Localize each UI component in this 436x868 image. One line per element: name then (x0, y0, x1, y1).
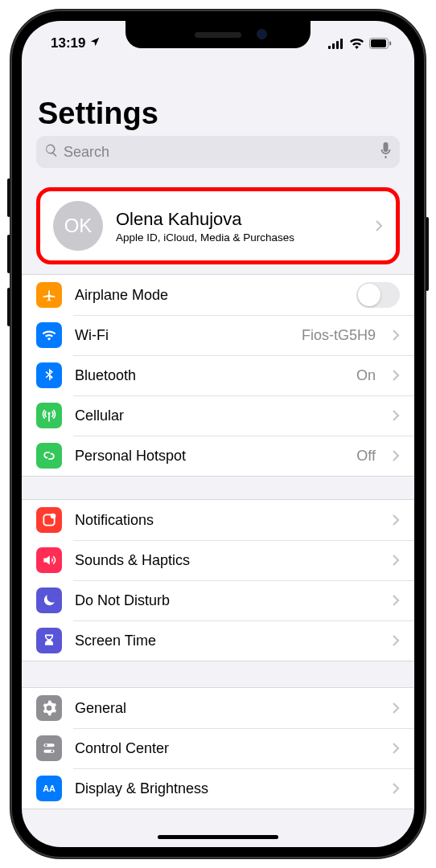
row-label: Display & Brightness (75, 780, 379, 797)
row-do-not-disturb[interactable]: Do Not Disturb (22, 580, 414, 620)
gear-icon (36, 695, 62, 721)
airplane-icon (36, 282, 62, 308)
page-title: Settings (22, 58, 414, 136)
row-personal-hotspot[interactable]: Personal Hotspot Off (22, 436, 414, 476)
front-camera (257, 29, 267, 39)
search-placeholder: Search (64, 144, 375, 161)
row-label: Cellular (75, 407, 379, 424)
chevron-right-icon (392, 782, 400, 795)
settings-group-alerts: Notifications Sounds & Haptics Do Not Di… (22, 499, 414, 661)
avatar: OK (53, 201, 103, 251)
row-airplane-mode[interactable]: Airplane Mode (22, 275, 414, 315)
airplane-toggle[interactable] (356, 282, 400, 308)
search-icon (44, 143, 59, 161)
bluetooth-icon (36, 362, 62, 388)
switches-icon (36, 735, 62, 761)
chevron-right-icon (392, 409, 400, 422)
moon-icon (36, 588, 62, 613)
chevron-right-icon (375, 219, 383, 232)
chevron-right-icon (392, 554, 400, 567)
chevron-right-icon (392, 702, 400, 714)
svg-point-10 (45, 744, 47, 747)
row-label: Airplane Mode (75, 287, 343, 304)
svg-point-12 (51, 750, 53, 752)
aa-icon: AA (36, 776, 62, 801)
svg-rect-0 (328, 46, 331, 49)
svg-rect-5 (371, 39, 386, 47)
signal-icon (328, 39, 344, 49)
row-detail: Fios-tG5H9 (302, 327, 376, 344)
chevron-right-icon (392, 449, 400, 462)
chevron-right-icon (392, 514, 400, 526)
row-label: Sounds & Haptics (75, 552, 379, 569)
row-label: Screen Time (75, 633, 379, 649)
notifications-icon (36, 507, 62, 533)
row-detail: Off (356, 448, 376, 465)
battery-icon (369, 38, 392, 49)
profile-name: Olena Kahujova (116, 209, 294, 230)
row-screen-time[interactable]: Screen Time (22, 620, 414, 661)
chevron-right-icon (392, 329, 400, 342)
row-detail: On (356, 367, 376, 384)
chevron-right-icon (392, 634, 400, 647)
row-display-brightness[interactable]: AA Display & Brightness (22, 768, 414, 809)
home-indicator[interactable] (158, 835, 278, 839)
hotspot-icon (36, 443, 62, 469)
row-label: Notifications (75, 512, 379, 529)
chevron-right-icon (392, 742, 400, 755)
settings-content[interactable]: Settings Search OK (22, 58, 414, 809)
row-control-center[interactable]: Control Center (22, 728, 414, 768)
svg-rect-6 (389, 42, 391, 46)
row-bluetooth[interactable]: Bluetooth On (22, 355, 414, 395)
svg-point-8 (51, 514, 56, 519)
row-sounds-haptics[interactable]: Sounds & Haptics (22, 540, 414, 580)
row-label: Bluetooth (75, 367, 343, 384)
chevron-right-icon (392, 594, 400, 607)
sounds-icon (36, 547, 62, 573)
settings-group-connectivity: Airplane Mode Wi-Fi Fios-tG5H9 Bluetooth (22, 274, 414, 477)
svg-text:AA: AA (43, 784, 56, 793)
mic-icon[interactable] (380, 142, 392, 162)
profile-text: Olena Kahujova Apple ID, iCloud, Media &… (116, 209, 294, 244)
wifi-icon (349, 38, 364, 49)
wifi-icon (36, 322, 62, 348)
svg-rect-2 (336, 41, 339, 49)
row-label: Wi-Fi (75, 327, 289, 344)
row-label: General (75, 700, 379, 717)
row-label: Control Center (75, 740, 379, 757)
apple-id-row[interactable]: OK Olena Kahujova Apple ID, iCloud, Medi… (36, 187, 400, 264)
row-general[interactable]: General (22, 688, 414, 728)
phone-frame: 13:19 (10, 10, 426, 858)
status-time: 13:19 (51, 35, 85, 51)
location-arrow-icon (89, 35, 101, 51)
hourglass-icon (36, 628, 62, 653)
screen: 13:19 (22, 21, 414, 847)
row-notifications[interactable]: Notifications (22, 500, 414, 540)
chevron-right-icon (392, 369, 400, 382)
row-label: Do Not Disturb (75, 592, 379, 609)
speaker-grill (195, 32, 241, 38)
row-label: Personal Hotspot (75, 448, 343, 465)
svg-rect-1 (332, 43, 335, 49)
svg-rect-3 (340, 39, 343, 49)
search-input[interactable]: Search (36, 136, 400, 168)
antenna-icon (36, 403, 62, 428)
row-wifi[interactable]: Wi-Fi Fios-tG5H9 (22, 315, 414, 355)
settings-group-system: General Control Center AA Display & Brig… (22, 687, 414, 809)
avatar-initials: OK (64, 215, 93, 237)
row-cellular[interactable]: Cellular (22, 395, 414, 436)
profile-subtitle: Apple ID, iCloud, Media & Purchases (116, 231, 294, 244)
notch (125, 21, 311, 48)
